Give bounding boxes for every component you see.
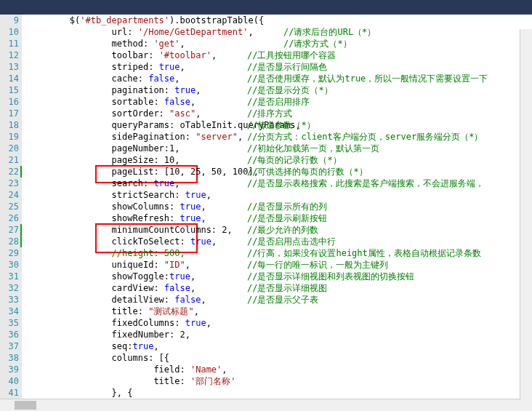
- code-line[interactable]: pageNumber:1,//初始化加载第一页，默认第一页: [22, 143, 532, 154]
- code-line[interactable]: showToggle:true,//是否显示详细视图和列表视图的切换按钮: [22, 271, 532, 282]
- line-number: 41: [1, 387, 19, 399]
- code-line[interactable]: columns: [{: [22, 352, 532, 364]
- code-line[interactable]: method: 'get',//请求方式（*）: [22, 38, 532, 49]
- code-line[interactable]: striped: true,//是否显示行间隔色: [22, 61, 532, 73]
- code-line[interactable]: cache: false,//是否使用缓存，默认为true，所以一般情况下需要设…: [22, 73, 532, 84]
- line-number: 36: [1, 329, 19, 340]
- vertical-scrollbar[interactable]: [520, 29, 532, 411]
- scroll-thumb[interactable]: [15, 401, 36, 410]
- code-line[interactable]: queryParams: oTableInit.queryParams,//传递…: [22, 119, 532, 131]
- code-line[interactable]: sortable: false, //是否启用排序: [22, 96, 532, 108]
- line-number: 10: [1, 26, 19, 38]
- code-line[interactable]: fixedNumber: 2,: [22, 329, 532, 340]
- line-number: 28: [1, 236, 19, 247]
- line-number: 11: [1, 38, 19, 49]
- line-number: 29: [1, 247, 19, 259]
- code-line[interactable]: pageList: [10, 25, 50, 100],//可供选择的每页的行数…: [22, 166, 532, 177]
- editor-tabs[interactable]: [0, 0, 532, 15]
- line-number: 19: [1, 131, 19, 143]
- code-line[interactable]: showColumns: true,//是否显示所有的列: [22, 201, 532, 212]
- code-line[interactable]: sidePagination: "server",//分页方式：client客户…: [22, 131, 532, 143]
- code-line[interactable]: pagination: true,//是否显示分页（*）: [22, 84, 532, 96]
- code-line[interactable]: pageSize: 10,//每页的记录行数（*）: [22, 154, 532, 166]
- code-line[interactable]: minimumCountColumns: 2,//最少允许的列数: [22, 224, 532, 236]
- line-number: 18: [1, 119, 19, 131]
- line-number: 32: [1, 282, 19, 294]
- code-editor[interactable]: 9101112131415161718192021222324252627282…: [0, 15, 532, 411]
- code-line[interactable]: $('#tb_departments').bootstrapTable({: [22, 15, 532, 26]
- code-line[interactable]: title: '部门名称': [22, 375, 532, 387]
- line-number: 21: [1, 154, 19, 166]
- line-number: 39: [1, 364, 19, 375]
- line-number: 30: [1, 259, 19, 271]
- line-number-gutter: 9101112131415161718192021222324252627282…: [0, 15, 22, 411]
- line-number: 14: [1, 73, 19, 84]
- line-number: 38: [1, 352, 19, 364]
- code-line[interactable]: title: "测试标题",: [22, 306, 532, 317]
- code-line[interactable]: toolbar: '#toolbar',//工具按钮用哪个容器: [22, 49, 532, 61]
- line-number: 16: [1, 96, 19, 108]
- code-line[interactable]: detailView: false, //是否显示父子表: [22, 294, 532, 306]
- code-line[interactable]: cardView: false,//是否显示详细视图: [22, 282, 532, 294]
- line-number: 31: [1, 271, 19, 282]
- code-line[interactable]: clickToSelect: true,//是否启用点击选中行: [22, 236, 532, 247]
- line-number: 34: [1, 306, 19, 317]
- line-number: 37: [1, 340, 19, 352]
- code-line[interactable]: seq:true,: [22, 340, 532, 352]
- code-line[interactable]: search: true,//是否显示表格搜索，此搜索是客户端搜索，不会进服务端…: [22, 177, 532, 189]
- code-line[interactable]: }, {: [22, 387, 532, 399]
- code-line[interactable]: url: '/Home/GetDepartment',//请求后台的URL（*）: [22, 26, 532, 38]
- code-line[interactable]: sortOrder: "asc",//排序方式: [22, 108, 532, 119]
- code-line[interactable]: //height: 500,//行高，如果没有设置height属性，表格自动根据…: [22, 247, 532, 259]
- line-number: 9: [1, 15, 19, 26]
- line-number: 27: [1, 224, 19, 236]
- line-number: 12: [1, 49, 19, 61]
- code-line[interactable]: uniqueId: "ID",//每一行的唯一标识，一般为主键列: [22, 259, 532, 271]
- code-area[interactable]: $('#tb_departments').bootstrapTable({ ur…: [22, 15, 532, 411]
- line-number: 15: [1, 84, 19, 96]
- code-line[interactable]: strictSearch: true,: [22, 189, 532, 201]
- code-line[interactable]: fixedColumns: true,: [22, 317, 532, 329]
- code-line[interactable]: showRefresh: true,//是否显示刷新按钮: [22, 212, 532, 224]
- line-number: 35: [1, 317, 19, 329]
- line-number: 17: [1, 108, 19, 119]
- line-number: 26: [1, 212, 19, 224]
- line-number: 22: [1, 166, 19, 177]
- line-number: 13: [1, 61, 19, 73]
- line-number: 25: [1, 201, 19, 212]
- code-line[interactable]: field: 'Name',: [22, 364, 532, 375]
- horizontal-scrollbar[interactable]: [0, 399, 520, 411]
- line-number: 40: [1, 375, 19, 387]
- line-number: 33: [1, 294, 19, 306]
- line-number: 23: [1, 177, 19, 189]
- line-number: 24: [1, 189, 19, 201]
- line-number: 20: [1, 143, 19, 154]
